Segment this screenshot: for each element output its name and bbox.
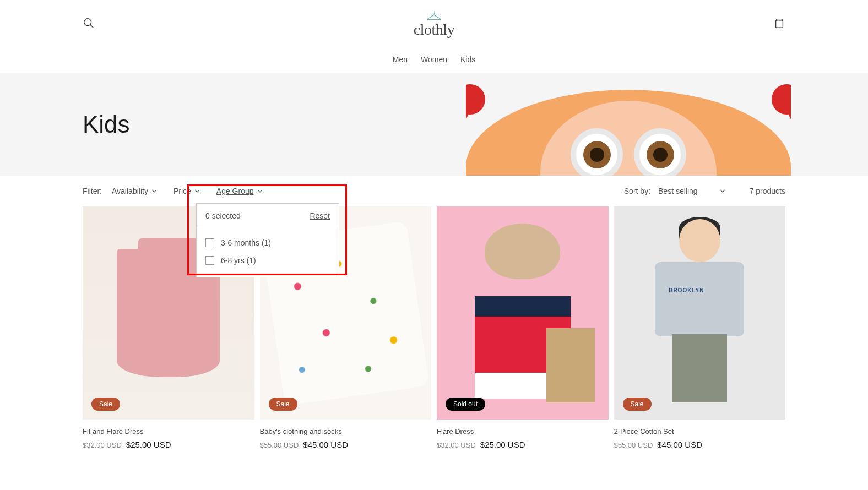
filter-sort-bar: Filter: Availability Price Age Group 0 s…	[0, 176, 868, 206]
page-title: Kids	[83, 111, 130, 138]
filter-option[interactable]: 3-6 months (1)	[205, 234, 330, 252]
product-title: 2-Piece Cotton Set	[614, 427, 786, 435]
main-nav: Men Women Kids	[0, 48, 868, 73]
nav-men[interactable]: Men	[393, 55, 408, 64]
collection-hero: Kids	[0, 73, 868, 176]
sort-select[interactable]: Best selling	[658, 187, 725, 195]
search-icon[interactable]	[83, 17, 95, 31]
sale-badge: Sale	[91, 398, 120, 411]
age-group-dropdown: 0 selected Reset 3-6 months (1) 6-8 yrs …	[196, 203, 339, 277]
product-title: Baby's clothing and socks	[260, 427, 432, 435]
checkbox[interactable]	[205, 238, 214, 247]
product-image: Sold out	[437, 206, 609, 420]
product-count: 7 products	[750, 187, 785, 195]
filter-age-group[interactable]: Age Group	[216, 187, 263, 195]
product-image: BROOKLYN Sale	[614, 206, 786, 420]
chevron-down-icon	[720, 188, 725, 194]
product-title: Flare Dress	[437, 427, 609, 435]
filter-availability[interactable]: Availability	[112, 187, 157, 195]
brand-logo[interactable]: clothly	[414, 10, 454, 39]
product-card[interactable]: BROOKLYN Sale 2-Piece Cotton Set $55.00 …	[614, 206, 786, 449]
nav-kids[interactable]: Kids	[460, 55, 475, 64]
filter-label: Filter:	[83, 187, 102, 195]
product-price: $55.00 USD$45.00 USD	[614, 440, 786, 449]
soldout-badge: Sold out	[446, 398, 485, 411]
product-price: $32.00 USD$25.00 USD	[83, 440, 254, 449]
reset-button[interactable]: Reset	[310, 211, 330, 220]
sort-label: Sort by:	[624, 187, 650, 195]
product-price: $32.00 USD$25.00 USD	[437, 440, 609, 449]
chevron-down-icon	[257, 188, 263, 194]
selected-count: 0 selected	[205, 211, 241, 220]
hero-illustration	[466, 73, 791, 176]
chevron-down-icon	[151, 188, 157, 194]
svg-line-1	[90, 25, 94, 28]
chevron-down-icon	[194, 188, 200, 194]
product-grid: Sale Fit and Flare Dress $32.00 USD$25.0…	[0, 206, 868, 471]
brand-name: clothly	[414, 21, 454, 39]
sale-badge: Sale	[623, 398, 652, 411]
sale-badge: Sale	[269, 398, 297, 411]
product-title: Fit and Flare Dress	[83, 427, 254, 435]
svg-rect-2	[776, 21, 783, 28]
nav-women[interactable]: Women	[421, 55, 447, 64]
cart-icon[interactable]	[773, 17, 785, 31]
product-card[interactable]: Sold out Flare Dress $32.00 USD$25.00 US…	[437, 206, 609, 449]
site-header: clothly Men Women Kids	[0, 0, 868, 73]
svg-point-0	[84, 19, 91, 26]
filter-option[interactable]: 6-8 yrs (1)	[205, 252, 330, 269]
filter-price[interactable]: Price	[173, 187, 200, 195]
product-price: $55.00 USD$45.00 USD	[260, 440, 432, 449]
checkbox[interactable]	[205, 256, 214, 265]
